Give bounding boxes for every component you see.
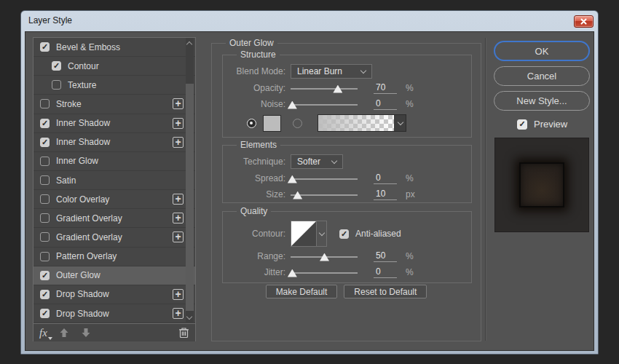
glow-gradient-radio[interactable] [293, 119, 302, 128]
arrow-up-icon [59, 328, 69, 338]
style-row-gradient-overlay[interactable]: Gradient Overlay+ [33, 228, 195, 247]
style-row-contour[interactable]: ✓Contour [33, 57, 195, 76]
preview-checkbox[interactable]: ✓ [517, 119, 527, 130]
preview-label: Preview [534, 119, 567, 130]
glow-gradient-picker[interactable] [318, 114, 406, 132]
reset-to-default-button[interactable]: Reset to Default [344, 285, 427, 298]
contour-dropdown-button[interactable] [316, 221, 326, 246]
ok-button[interactable]: OK [494, 41, 590, 61]
add-effect-button[interactable]: + [173, 308, 184, 319]
trash-icon [178, 327, 189, 339]
style-row-texture[interactable]: Texture [33, 76, 195, 95]
styles-panel: ✓Bevel & Emboss✓ContourTextureStroke+✓In… [33, 37, 196, 341]
style-checkbox[interactable] [40, 175, 50, 185]
style-row-stroke[interactable]: Stroke+ [33, 95, 195, 114]
style-row-drop-shadow[interactable]: ✓Drop Shadow+ [33, 304, 195, 323]
spread-slider[interactable] [291, 174, 358, 183]
scroll-up-icon[interactable] [186, 41, 192, 47]
scroll-down-icon[interactable] [186, 314, 192, 320]
style-label: Inner Shadow [56, 118, 110, 128]
style-row-color-overlay[interactable]: Color Overlay+ [33, 190, 195, 209]
style-checkbox[interactable] [52, 80, 61, 90]
size-input[interactable]: 10 [374, 189, 397, 200]
scrollbar-thumb[interactable] [186, 84, 194, 311]
style-checkbox[interactable] [40, 157, 50, 166]
move-effect-down-button[interactable] [81, 328, 91, 338]
make-default-button[interactable]: Make Default [266, 285, 338, 298]
style-checkbox[interactable]: ✓ [40, 138, 50, 147]
action-column: OK Cancel New Style... ✓ Preview [494, 32, 590, 352]
style-checkbox[interactable]: ✓ [40, 271, 50, 280]
style-row-inner-shadow[interactable]: ✓Inner Shadow+ [33, 133, 195, 152]
add-effect-button[interactable]: + [173, 213, 184, 223]
style-row-pattern-overlay[interactable]: Pattern Overlay [33, 248, 195, 266]
spread-unit: % [406, 173, 414, 183]
blend-mode-value: Linear Burn [297, 66, 342, 76]
style-row-bevel-emboss[interactable]: ✓Bevel & Emboss [33, 38, 195, 57]
noise-unit: % [406, 99, 414, 109]
fx-menu-button[interactable]: fx [39, 327, 47, 339]
cancel-button[interactable]: Cancel [494, 66, 590, 86]
style-row-inner-shadow[interactable]: ✓Inner Shadow+ [33, 114, 195, 133]
jitter-label: Jitter: [227, 267, 285, 277]
titlebar[interactable]: Layer Style [21, 11, 598, 31]
opacity-slider[interactable] [291, 84, 358, 93]
jitter-input[interactable]: 0 [374, 266, 397, 278]
range-input[interactable]: 50 [374, 250, 397, 262]
style-checkbox[interactable]: ✓ [40, 42, 50, 52]
structure-section: Structure Blend Mode: Linear Burn Opacit… [222, 55, 472, 138]
opacity-label: Opacity: [227, 83, 285, 93]
styles-scrollbar[interactable] [186, 38, 194, 323]
style-checkbox[interactable] [40, 213, 50, 223]
chevron-down-icon [331, 158, 337, 164]
new-style-button[interactable]: New Style... [494, 91, 590, 111]
opacity-input[interactable]: 70 [374, 82, 397, 94]
style-row-drop-shadow[interactable]: ✓Drop Shadow+ [33, 285, 195, 304]
panel-divider [485, 38, 486, 341]
size-slider[interactable] [291, 190, 358, 199]
blend-mode-select[interactable]: Linear Burn [291, 64, 372, 79]
add-effect-button[interactable]: + [173, 118, 184, 129]
noise-input[interactable]: 0 [374, 98, 397, 110]
style-row-outer-glow[interactable]: ✓Outer Glow [33, 266, 195, 285]
contour-thumbnail[interactable] [291, 221, 316, 246]
outer-glow-panel: Outer Glow Structure Blend Mode: Linear … [211, 43, 481, 341]
style-checkbox[interactable] [40, 252, 50, 261]
add-effect-button[interactable]: + [173, 232, 184, 242]
style-label: Satin [56, 175, 76, 186]
delete-effect-button[interactable] [178, 327, 189, 339]
move-effect-up-button[interactable] [59, 328, 69, 338]
spread-label: Spread: [227, 173, 285, 183]
style-checkbox[interactable]: ✓ [52, 61, 61, 71]
style-checkbox[interactable] [40, 232, 50, 242]
style-checkbox[interactable]: ✓ [40, 119, 50, 128]
gradient-preview[interactable] [318, 115, 394, 131]
style-checkbox[interactable]: ✓ [40, 290, 50, 299]
jitter-unit: % [406, 267, 414, 277]
close-icon [580, 18, 587, 25]
style-row-satin[interactable]: Satin [33, 171, 195, 190]
jitter-slider[interactable] [291, 268, 358, 277]
glow-color-radio[interactable] [247, 119, 256, 128]
style-checkbox[interactable]: ✓ [40, 309, 50, 318]
noise-label: Noise: [227, 99, 285, 109]
contour-picker[interactable] [291, 221, 327, 247]
style-row-gradient-overlay[interactable]: Gradient Overlay+ [33, 209, 195, 228]
elements-section: Elements Technique: Softer Spread: 0 % [222, 145, 472, 203]
glow-color-swatch[interactable] [263, 115, 281, 132]
spread-input[interactable]: 0 [374, 173, 397, 184]
add-effect-button[interactable]: + [173, 98, 184, 109]
close-button[interactable] [574, 15, 594, 28]
add-effect-button[interactable]: + [173, 289, 184, 300]
gradient-dropdown-button[interactable] [394, 115, 406, 131]
add-effect-button[interactable]: + [173, 137, 184, 148]
contour-label: Contour: [227, 229, 285, 239]
style-checkbox[interactable] [40, 194, 50, 204]
style-row-inner-glow[interactable]: Inner Glow [33, 152, 195, 171]
technique-select[interactable]: Softer [291, 154, 343, 169]
style-checkbox[interactable] [40, 99, 50, 108]
antialiased-checkbox[interactable]: ✓ [339, 229, 349, 239]
add-effect-button[interactable]: + [173, 194, 184, 205]
range-slider[interactable] [291, 252, 358, 261]
noise-slider[interactable] [291, 100, 358, 109]
